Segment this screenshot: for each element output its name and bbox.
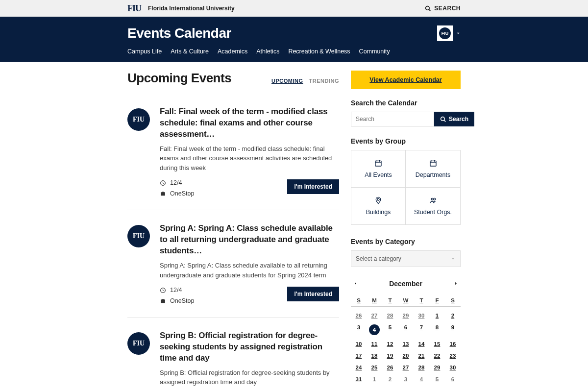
calendar-day[interactable]: 3 bbox=[398, 373, 414, 385]
calendar-day[interactable]: 4 bbox=[367, 321, 382, 338]
category-placeholder: Select a category bbox=[356, 255, 401, 262]
global-search-button[interactable]: SEARCH bbox=[425, 5, 461, 12]
calendar-prev-button[interactable] bbox=[353, 280, 358, 288]
calendar-day[interactable]: 21 bbox=[414, 350, 429, 362]
calendar-day[interactable]: 18 bbox=[367, 350, 382, 362]
category-select[interactable]: Select a category bbox=[351, 250, 461, 267]
calendar-search-input[interactable] bbox=[351, 112, 434, 126]
university-name: Florida International University bbox=[148, 5, 235, 12]
calendar-day[interactable]: 8 bbox=[429, 321, 445, 338]
svg-line-7 bbox=[444, 120, 445, 122]
calendar-day[interactable]: 9 bbox=[445, 321, 461, 338]
nav-item-recreation-wellness[interactable]: Recreation & Wellness bbox=[288, 48, 350, 55]
calendar-day[interactable]: 29 bbox=[398, 310, 414, 321]
nav-item-academics[interactable]: Academics bbox=[218, 48, 247, 55]
calendar-day[interactable]: 25 bbox=[367, 362, 382, 373]
nav-item-arts-culture[interactable]: Arts & Culture bbox=[171, 48, 209, 55]
group-label: Departments bbox=[416, 172, 451, 178]
calendar-dow: M bbox=[367, 294, 382, 307]
calendar-day[interactable]: 15 bbox=[429, 338, 445, 350]
svg-rect-9 bbox=[430, 161, 436, 166]
tab-upcoming[interactable]: UPCOMING bbox=[271, 78, 303, 84]
site-header: Events Calendar FIU Campus LifeArts & Cu… bbox=[0, 17, 588, 62]
briefcase-icon bbox=[160, 298, 166, 304]
calendar-day[interactable]: 23 bbox=[445, 350, 461, 362]
fiu-logo[interactable]: FIU bbox=[127, 3, 141, 14]
calendar-day[interactable]: 28 bbox=[414, 362, 429, 373]
calendar-day[interactable]: 17 bbox=[351, 350, 367, 362]
search-icon bbox=[425, 5, 431, 12]
calendar-day[interactable]: 1 bbox=[367, 373, 382, 385]
interested-button[interactable]: I'm Interested bbox=[287, 179, 339, 194]
user-menu[interactable]: FIU bbox=[437, 25, 461, 41]
group-all-events[interactable]: All Events bbox=[351, 150, 406, 188]
calendar-day[interactable]: 2 bbox=[382, 373, 398, 385]
group-label: Student Orgs. bbox=[414, 209, 452, 216]
events-by-category-heading: Events by Category bbox=[351, 238, 461, 245]
nav-item-athletics[interactable]: Athletics bbox=[256, 48, 279, 55]
event-title[interactable]: Fall: Final week of the term - modified … bbox=[160, 106, 339, 140]
calendar-day[interactable]: 19 bbox=[382, 350, 398, 362]
calendar-dow: S bbox=[445, 294, 461, 307]
calendar-day[interactable]: 3 bbox=[351, 321, 367, 338]
global-search-label: SEARCH bbox=[434, 5, 461, 12]
view-academic-calendar-button[interactable]: View Academic Calendar bbox=[351, 71, 461, 89]
event-org: OneStop bbox=[160, 297, 194, 304]
calendar-day[interactable]: 10 bbox=[351, 338, 367, 350]
calendar-day[interactable]: 28 bbox=[382, 310, 398, 321]
calendar-day[interactable]: 30 bbox=[414, 310, 429, 321]
calendar-day[interactable]: 16 bbox=[445, 338, 461, 350]
calendar-day[interactable]: 30 bbox=[445, 362, 461, 373]
calendar-day[interactable]: 22 bbox=[429, 350, 445, 362]
calendar-next-button[interactable] bbox=[453, 280, 459, 288]
event-title[interactable]: Spring A: Spring A: Class schedule avail… bbox=[160, 223, 339, 257]
chevron-down-icon bbox=[456, 31, 461, 36]
group-icon bbox=[355, 159, 401, 169]
calendar-day[interactable]: 20 bbox=[398, 350, 414, 362]
nav-item-community[interactable]: Community bbox=[359, 48, 390, 55]
calendar-day[interactable]: 14 bbox=[414, 338, 429, 350]
calendar-day[interactable]: 4 bbox=[414, 373, 429, 385]
nav-item-campus-life[interactable]: Campus Life bbox=[127, 48, 162, 55]
calendar-day[interactable]: 31 bbox=[351, 373, 367, 385]
site-title[interactable]: Events Calendar bbox=[127, 25, 231, 41]
calendar-day[interactable]: 13 bbox=[398, 338, 414, 350]
group-buildings[interactable]: Buildings bbox=[351, 188, 406, 224]
group-departments[interactable]: Departments bbox=[406, 150, 460, 188]
interested-button[interactable]: I'm Interested bbox=[287, 287, 339, 301]
event-title[interactable]: Spring B: Official registration for degr… bbox=[160, 330, 339, 364]
clock-icon bbox=[160, 180, 166, 186]
calendar-day[interactable]: 26 bbox=[351, 310, 367, 321]
svg-point-11 bbox=[431, 198, 433, 200]
chevron-down-icon bbox=[451, 256, 455, 263]
chevron-right-icon bbox=[453, 281, 459, 286]
calendar-day[interactable]: 5 bbox=[429, 373, 445, 385]
tab-trending[interactable]: TRENDING bbox=[309, 78, 339, 84]
group-icon bbox=[355, 196, 401, 206]
calendar-day[interactable]: 6 bbox=[445, 373, 461, 385]
event-date: 12/4 bbox=[160, 287, 194, 294]
calendar-day[interactable]: 1 bbox=[429, 310, 445, 321]
events-list: FIU Fall: Final week of the term - modif… bbox=[127, 94, 339, 392]
event-description: Spring A: Spring A: Class schedule avail… bbox=[160, 261, 339, 280]
calendar-search-button[interactable]: Search bbox=[434, 112, 474, 126]
calendar-day[interactable]: 26 bbox=[382, 362, 398, 373]
group-student-orgs-[interactable]: Student Orgs. bbox=[406, 188, 460, 224]
calendar-day[interactable]: 27 bbox=[398, 362, 414, 373]
calendar-day[interactable]: 7 bbox=[414, 321, 429, 338]
calendar-day[interactable]: 6 bbox=[398, 321, 414, 338]
calendar-day[interactable]: 24 bbox=[351, 362, 367, 373]
calendar-day[interactable]: 27 bbox=[367, 310, 382, 321]
group-label: Buildings bbox=[366, 209, 391, 216]
group-grid: All EventsDepartmentsBuildingsStudent Or… bbox=[351, 150, 461, 225]
calendar-day[interactable]: 11 bbox=[367, 338, 382, 350]
event-description: Spring B: Official registration for degr… bbox=[160, 368, 339, 387]
svg-point-6 bbox=[441, 117, 445, 121]
chevron-left-icon bbox=[353, 281, 358, 286]
calendar-day[interactable]: 29 bbox=[429, 362, 445, 373]
calendar-day[interactable]: 5 bbox=[382, 321, 398, 338]
global-top-bar: FIU Florida International University SEA… bbox=[0, 0, 588, 17]
calendar-day[interactable]: 12 bbox=[382, 338, 398, 350]
calendar-day[interactable]: 2 bbox=[445, 310, 461, 321]
calendar-dow: S bbox=[351, 294, 367, 307]
